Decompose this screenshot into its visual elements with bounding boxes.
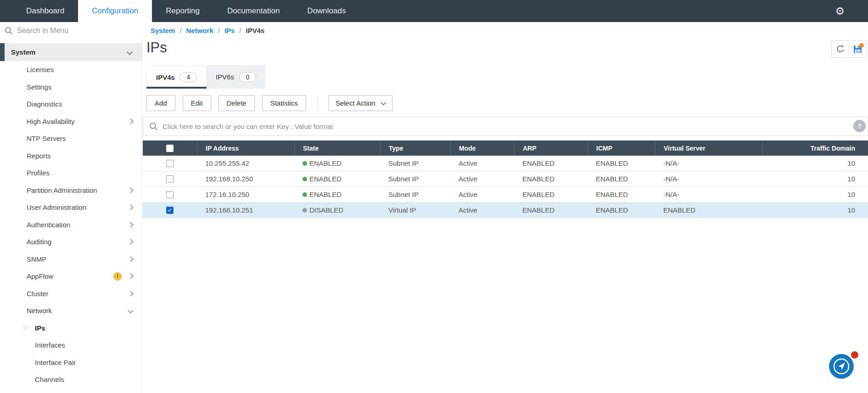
chevron-right-icon — [128, 239, 134, 245]
sidebar-item-settings[interactable]: Settings — [0, 79, 142, 96]
table-row[interactable]: 10.255.255.42 ENABLED Subnet IP Active E… — [143, 156, 868, 171]
sidebar-accent-bar — [0, 43, 5, 61]
breadcrumb-link-system[interactable]: System — [151, 27, 175, 34]
breadcrumb-link-ips[interactable]: IPs — [224, 27, 235, 34]
sidebar-item-interface-pair[interactable]: Interface Pair — [0, 354, 142, 371]
arp-cell: ENABLED — [514, 206, 588, 214]
status-dot-enabled — [302, 177, 307, 181]
select-all-cell — [143, 140, 197, 156]
column-header-ip-address[interactable]: IP Address — [197, 140, 294, 156]
table-row[interactable]: 192.168.10.250 ENABLED Subnet IP Active … — [143, 171, 868, 187]
traffic-domain-cell: 10 — [762, 191, 868, 198]
tab-ipv4s[interactable]: IPV4s 4 — [146, 65, 207, 89]
chevron-right-icon — [128, 204, 134, 210]
column-header-traffic-domain[interactable]: Traffic Domain — [762, 140, 868, 156]
column-header-type[interactable]: Type — [380, 140, 450, 156]
table-search-placeholder: Click here to search or you can enter Ke… — [162, 123, 333, 130]
add-button[interactable]: Add — [146, 95, 175, 111]
traffic-domain-cell: 10 — [762, 159, 868, 167]
chevron-right-icon — [128, 118, 134, 124]
chevron-right-icon — [128, 273, 134, 279]
mode-cell: Active — [450, 175, 514, 183]
row-checkbox[interactable] — [166, 160, 174, 167]
sidebar-item-traffic-domains[interactable]: Traffic Domains — [0, 388, 142, 393]
top-nav: Dashboard Configuration Reporting Docume… — [0, 0, 868, 22]
nav-item-documentation[interactable]: Documentation — [213, 0, 293, 22]
sidebar-item-network[interactable]: Network — [0, 302, 142, 320]
sidebar-item-licenses[interactable]: Licenses — [0, 61, 142, 79]
row-checkbox-checked[interactable]: ✓ — [166, 207, 174, 214]
sidebar-item-auditing[interactable]: Auditing — [0, 233, 142, 251]
edit-button[interactable]: Edit — [183, 95, 211, 111]
type-cell: Subnet IP — [380, 159, 450, 167]
column-header-mode[interactable]: Mode — [450, 140, 514, 156]
help-icon[interactable]: ? — [853, 120, 866, 132]
gear-icon[interactable]: ⚙ — [835, 0, 845, 22]
arp-cell: ENABLED — [514, 191, 588, 198]
breadcrumb: System / Network / IPs / IPV4s — [151, 22, 264, 39]
row-checkbox[interactable] — [166, 191, 174, 198]
menu-search-input[interactable]: Search in Menu — [5, 22, 138, 39]
sidebar-item-interfaces[interactable]: Interfaces — [0, 337, 142, 354]
table-row-selected[interactable]: ✓ 192.168.10.251 DISABLED Virtual IP Act… — [143, 202, 868, 218]
traffic-domain-cell: 10 — [762, 175, 868, 183]
tab-ipv6s-count-badge: 0 — [239, 72, 256, 82]
delete-button[interactable]: Delete — [218, 95, 255, 111]
nav-item-dashboard[interactable]: Dashboard — [12, 0, 78, 22]
column-header-virtual-server[interactable]: Virtual Server — [655, 140, 762, 156]
ip-address-cell: 192.168.10.251 — [197, 206, 294, 214]
save-notification-dot — [859, 43, 864, 48]
tab-bar: IPV4s 4 IPV6s 0 — [146, 65, 265, 89]
virtual-server-cell: -N/A- — [655, 159, 762, 167]
assistant-fab-button[interactable] — [829, 354, 854, 379]
sidebar-item-reports[interactable]: Reports — [0, 147, 142, 165]
table-search-input[interactable]: Click here to search or you can enter Ke… — [143, 117, 868, 136]
table-body: 10.255.255.42 ENABLED Subnet IP Active E… — [143, 156, 868, 218]
sidebar-item-snmp[interactable]: SNMP — [0, 251, 142, 268]
chevron-down-icon — [127, 49, 133, 55]
tab-ipv4s-count-badge: 4 — [180, 72, 197, 82]
sidebar-menu: Licenses Settings Diagnostics High Avail… — [0, 61, 142, 393]
table-row[interactable]: 172.16.10.250 ENABLED Subnet IP Active E… — [143, 187, 868, 202]
nav-item-downloads[interactable]: Downloads — [293, 0, 359, 22]
ip-table: IP Address State Type Mode ARP ICMP Virt… — [143, 140, 868, 218]
chevron-right-icon — [128, 187, 134, 193]
icmp-cell: ENABLED — [588, 175, 655, 183]
refresh-button[interactable] — [832, 41, 849, 57]
page-toolbar — [831, 40, 867, 58]
row-checkbox[interactable] — [166, 175, 174, 183]
sidebar-item-partition-administration[interactable]: Partition Administration — [0, 182, 142, 199]
traffic-domain-cell: 10 — [762, 206, 868, 214]
save-button[interactable] — [849, 41, 866, 57]
nav-item-configuration[interactable]: Configuration — [78, 0, 152, 22]
sidebar-item-authentication[interactable]: Authentication — [0, 216, 142, 234]
sidebar-item-ips[interactable]: ☆IPs — [0, 320, 142, 337]
sidebar-item-diagnostics[interactable]: Diagnostics — [0, 95, 142, 113]
icmp-cell: ENABLED — [588, 191, 655, 198]
sidebar-item-high-availability[interactable]: High Availability — [0, 113, 142, 130]
column-header-state[interactable]: State — [294, 140, 380, 156]
breadcrumb-link-network[interactable]: Network — [186, 27, 213, 34]
mode-cell: Active — [450, 206, 514, 214]
sidebar-item-user-administration[interactable]: User Administration — [0, 199, 142, 216]
sidebar: System Licenses Settings Diagnostics Hig… — [0, 39, 142, 393]
sidebar-item-channels[interactable]: Channels — [0, 371, 142, 388]
search-icon — [149, 122, 158, 131]
sidebar-item-appflow[interactable]: AppFlow! — [0, 268, 142, 285]
select-all-checkbox[interactable] — [166, 145, 174, 152]
statistics-button[interactable]: Statistics — [262, 95, 306, 111]
sidebar-item-profiles[interactable]: Profiles — [0, 164, 142, 182]
nav-item-reporting[interactable]: Reporting — [152, 0, 213, 22]
sidebar-item-ntp-servers[interactable]: NTP Servers — [0, 130, 142, 147]
chevron-down-icon — [128, 308, 134, 314]
warning-icon: ! — [113, 272, 122, 281]
main-content: IPs IPV4s — [143, 39, 868, 393]
sidebar-item-cluster[interactable]: Cluster — [0, 285, 142, 303]
sidebar-section-label: System — [11, 48, 35, 56]
star-icon[interactable]: ☆ — [22, 324, 28, 331]
column-header-arp[interactable]: ARP — [514, 140, 588, 156]
tab-ipv6s[interactable]: IPV6s 0 — [207, 65, 265, 89]
select-action-dropdown[interactable]: Select Action — [329, 95, 392, 111]
sidebar-section-system[interactable]: System — [0, 43, 142, 61]
column-header-icmp[interactable]: ICMP — [588, 140, 655, 156]
